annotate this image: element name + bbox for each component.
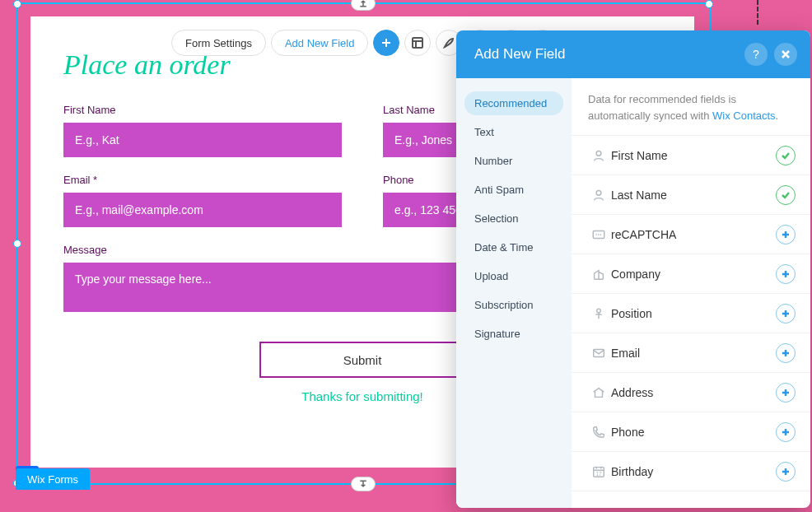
plus-icon[interactable] — [373, 30, 399, 56]
add-field-button[interactable] — [776, 264, 796, 284]
category-selection[interactable]: Selection — [464, 207, 563, 230]
field-option-birthday[interactable]: Birthday — [572, 452, 810, 491]
person-icon — [586, 188, 611, 202]
resize-handle[interactable] — [359, 479, 367, 487]
company-icon — [586, 267, 611, 282]
category-upload[interactable]: Upload — [464, 264, 563, 288]
close-icon[interactable] — [774, 43, 797, 66]
field-option-company[interactable]: Company — [572, 254, 810, 294]
category-text[interactable]: Text — [464, 120, 563, 144]
category-subscription[interactable]: Subscription — [464, 293, 563, 317]
add-field-button[interactable] — [776, 383, 796, 403]
note-post: . — [776, 109, 779, 122]
field-option-label: reCAPTCHA — [611, 228, 776, 241]
field-option-label: Last Name — [611, 189, 776, 202]
resize-handle[interactable] — [359, 0, 367, 8]
field-option-phone[interactable]: Phone — [572, 412, 810, 452]
category-number[interactable]: Number — [464, 149, 563, 173]
field-option-last-name[interactable]: Last Name — [572, 175, 810, 215]
add-field-button[interactable] — [776, 304, 796, 323]
wix-forms-tag[interactable]: Wix Forms — [16, 468, 90, 490]
field-option-label: Phone — [611, 426, 776, 439]
field-email: Email * — [63, 174, 342, 227]
add-field-button[interactable] — [776, 422, 796, 442]
added-indicator — [776, 185, 796, 205]
resize-handle[interactable] — [705, 0, 713, 8]
person-icon — [586, 148, 611, 163]
field-option-position[interactable]: Position — [572, 294, 810, 333]
recommended-note: Data for recommended fields is automatic… — [572, 78, 810, 136]
field-option-email[interactable]: Email — [572, 333, 810, 373]
add-field-button[interactable] — [776, 225, 796, 244]
input-email[interactable] — [63, 193, 342, 227]
field-option-address[interactable]: Address — [572, 373, 810, 412]
add-field-modal: Add New Field ? RecommendedTextNumberAnt… — [456, 30, 810, 508]
field-option-label: Address — [611, 386, 776, 399]
calendar-icon — [586, 464, 611, 479]
guide-line — [757, 0, 758, 25]
add-field-button[interactable] — [776, 462, 796, 482]
modal-help-button[interactable]: ? — [744, 43, 768, 66]
resize-handle[interactable] — [13, 0, 21, 8]
label-email: Email * — [63, 174, 342, 186]
added-indicator — [776, 146, 796, 165]
field-option-label: Company — [611, 268, 776, 281]
stretch-button-bottom[interactable] — [351, 477, 376, 491]
layout-icon[interactable] — [404, 30, 431, 56]
input-first-name[interactable] — [63, 123, 342, 157]
field-first-name: First Name — [63, 104, 342, 157]
submit-button[interactable]: Submit — [259, 342, 465, 378]
field-option-label: Email — [611, 347, 776, 360]
position-icon — [586, 306, 611, 321]
category-signature[interactable]: Signature — [464, 322, 563, 346]
field-option-first-name[interactable]: First Name — [572, 136, 810, 175]
phone-icon — [586, 425, 611, 440]
add-new-field-button[interactable]: Add New Field — [271, 30, 369, 56]
field-option-label: Birthday — [611, 465, 776, 478]
category-anti-spam[interactable]: Anti Spam — [464, 178, 563, 202]
field-option-label: Position — [611, 307, 776, 320]
home-icon — [586, 385, 611, 400]
field-category-sidebar: RecommendedTextNumberAnti SpamSelectionD… — [456, 78, 572, 508]
field-list: Data for recommended fields is automatic… — [572, 78, 810, 508]
modal-title: Add New Field — [474, 46, 738, 63]
category-date-time[interactable]: Date & Time — [464, 235, 563, 259]
label-first-name: First Name — [63, 104, 342, 116]
wix-contacts-link[interactable]: Wix Contacts — [712, 109, 776, 122]
category-recommended[interactable]: Recommended — [464, 91, 563, 115]
field-option-label: First Name — [611, 149, 776, 162]
stretch-button-top[interactable] — [351, 0, 376, 11]
form-settings-button[interactable]: Form Settings — [171, 30, 266, 56]
captcha-icon — [586, 227, 611, 242]
field-option-recaptcha[interactable]: reCAPTCHA — [572, 215, 810, 254]
resize-handle[interactable] — [13, 240, 21, 248]
add-field-button[interactable] — [776, 343, 796, 363]
mail-icon — [586, 346, 611, 361]
svg-rect-0 — [413, 38, 422, 48]
